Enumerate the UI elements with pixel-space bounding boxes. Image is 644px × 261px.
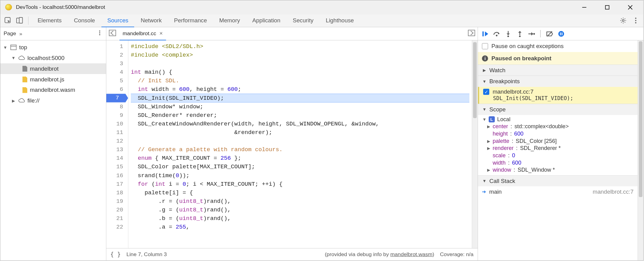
debug-info-link[interactable]: mandelbrot.wasm	[390, 251, 432, 257]
step-icon[interactable]	[526, 29, 536, 39]
callstack-location: mandelbrot.cc:7	[593, 188, 634, 195]
pause-on-exceptions-icon[interactable]	[556, 29, 566, 39]
disclosure-triangle-icon[interactable]	[486, 146, 491, 151]
section-callstack[interactable]: Call Stack	[478, 175, 638, 186]
tree-node-top[interactable]: top	[0, 42, 106, 53]
toggle-debugger-icon[interactable]	[468, 30, 475, 38]
editor-statusbar: { } Line 7, Column 3 (provided via debug…	[106, 248, 478, 260]
editor-scrollbar[interactable]	[472, 40, 478, 248]
breakpoint-detail: SDL_Init(SDL_INIT_VIDEO);	[483, 95, 634, 101]
section-watch[interactable]: Watch	[478, 65, 638, 76]
tab-sources[interactable]: Sources	[101, 14, 134, 27]
scope-var-row[interactable]: window: SDL_Window *	[478, 166, 638, 174]
tree-node-host[interactable]: localhost:5000	[0, 53, 106, 63]
scrollbar-thumb[interactable]	[639, 41, 642, 197]
pretty-print-icon[interactable]: { }	[110, 251, 121, 258]
code-editor[interactable]: 12345678910111213141516171819202122 #inc…	[106, 40, 478, 248]
step-out-icon[interactable]	[515, 29, 525, 39]
coverage-status: Coverage: n/a	[440, 251, 473, 258]
step-over-icon[interactable]	[492, 29, 502, 39]
svg-rect-29	[562, 32, 563, 35]
window-close-button[interactable]	[624, 2, 636, 13]
scrollbar-thumb[interactable]	[473, 42, 477, 118]
open-file-tab[interactable]: mandelbrot.cc ×	[119, 27, 166, 40]
scope-local-label: Local	[497, 116, 510, 123]
disclosure-triangle-icon[interactable]	[482, 179, 487, 183]
settings-gear-icon[interactable]	[618, 15, 629, 26]
deactivate-breakpoints-icon[interactable]	[545, 29, 555, 39]
section-breakpoints[interactable]: Breakpoints	[478, 76, 638, 87]
device-toolbar-icon[interactable]	[14, 15, 25, 26]
disclosure-triangle-icon[interactable]	[11, 99, 16, 103]
disclosure-triangle-icon[interactable]	[482, 68, 487, 73]
resume-button-icon[interactable]	[480, 29, 490, 39]
step-into-icon[interactable]	[503, 29, 513, 39]
tree-node-file-wasm[interactable]: mandelbrot.wasm	[0, 85, 106, 95]
navigator-more-tabs[interactable]: »	[19, 31, 22, 37]
disclosure-triangle-icon[interactable]	[482, 117, 487, 122]
close-tab-icon[interactable]: ×	[159, 30, 163, 37]
disclosure-triangle-icon[interactable]	[486, 124, 491, 129]
scope-var-value: std::complex<double>	[514, 123, 569, 130]
section-scope-label: Scope	[489, 106, 506, 113]
debugger-scrollbar[interactable]	[638, 40, 643, 260]
tab-security[interactable]: Security	[287, 14, 319, 27]
tab-application[interactable]: Application	[247, 14, 286, 27]
breakpoint-item[interactable]: ✓ mandelbrot.cc:7 SDL_Init(SDL_INIT_VIDE…	[478, 87, 638, 104]
more-menu-icon[interactable]	[630, 15, 641, 26]
svg-rect-16	[109, 30, 116, 36]
svg-point-19	[496, 35, 498, 36]
pause-on-caught-row[interactable]: Pause on caught exceptions	[478, 40, 638, 52]
section-scope[interactable]: Scope	[478, 104, 638, 115]
scope-local-header[interactable]: L Local	[478, 116, 638, 123]
scope-var-row[interactable]: width: 600	[478, 159, 638, 166]
devtools-window: DevTools - localhost:5000/mandelbrot Ele…	[0, 0, 644, 261]
scope-var-row[interactable]: scale: 0	[478, 152, 638, 159]
svg-rect-1	[605, 6, 609, 9]
line-gutter[interactable]: 12345678910111213141516171819202122	[106, 40, 128, 248]
disclosure-triangle-icon[interactable]	[482, 79, 487, 84]
tree-label-file-scheme: file://	[27, 97, 40, 104]
tab-network[interactable]: Network	[135, 14, 167, 27]
disclosure-triangle-icon[interactable]	[486, 139, 491, 144]
code-content[interactable]: #include <SDL2/SDL.h>#include <complex>i…	[128, 40, 472, 248]
svg-rect-28	[560, 32, 561, 35]
breakpoint-location: mandelbrot.cc:7	[493, 88, 533, 95]
scope-var-value: SDL_Window *	[517, 167, 555, 173]
frame-icon	[10, 44, 17, 50]
callstack-frame[interactable]: ➔ main mandelbrot.cc:7	[478, 186, 638, 197]
window-maximize-button[interactable]	[601, 2, 613, 13]
toggle-navigator-icon[interactable]	[109, 30, 116, 38]
tab-console[interactable]: Console	[68, 14, 100, 27]
scope-var-value: SDL_Renderer *	[520, 145, 561, 151]
tree-node-file-html[interactable]: mandelbrot	[0, 63, 106, 74]
svg-point-10	[635, 22, 636, 24]
scope-var-row[interactable]: height: 600	[478, 130, 638, 138]
disclosure-triangle-icon[interactable]	[486, 168, 491, 172]
breakpoint-checkbox[interactable]: ✓	[483, 89, 489, 95]
pause-on-caught-checkbox[interactable]	[482, 43, 488, 49]
scope-var-row[interactable]: renderer: SDL_Renderer *	[478, 145, 638, 152]
scope-var-row[interactable]: palette: SDL_Color [256]	[478, 137, 638, 145]
disclosure-triangle-icon[interactable]	[11, 56, 16, 60]
devtools-app-icon	[5, 4, 12, 10]
tree-node-file-js[interactable]: mandelbrot.js	[0, 74, 106, 85]
scope-var-name: scale	[493, 152, 506, 159]
navigator-tab-page[interactable]: Page	[4, 30, 16, 37]
tab-memory[interactable]: Memory	[214, 14, 246, 27]
window-minimize-button[interactable]	[578, 2, 590, 13]
tab-performance[interactable]: Performance	[168, 14, 213, 27]
navigator-more-menu-icon[interactable]	[97, 30, 103, 37]
tab-elements[interactable]: Elements	[32, 14, 67, 27]
tree-node-file-scheme[interactable]: file://	[0, 95, 106, 106]
inspect-element-icon[interactable]	[3, 15, 13, 26]
disclosure-triangle-icon[interactable]	[482, 107, 487, 112]
tab-lighthouse[interactable]: Lighthouse	[320, 14, 360, 27]
debugger-toolbar	[478, 27, 643, 40]
file-tree: top localhost:5000 mandelbrot	[0, 40, 106, 260]
scope-var-row[interactable]: center: std::complex<double>	[478, 123, 638, 130]
disclosure-triangle-icon[interactable]	[3, 45, 8, 50]
window-titlebar: DevTools - localhost:5000/mandelbrot	[0, 0, 643, 14]
scope-var-name: center	[493, 123, 508, 130]
editor-pane: mandelbrot.cc × 123456789101112131415161…	[106, 27, 478, 260]
